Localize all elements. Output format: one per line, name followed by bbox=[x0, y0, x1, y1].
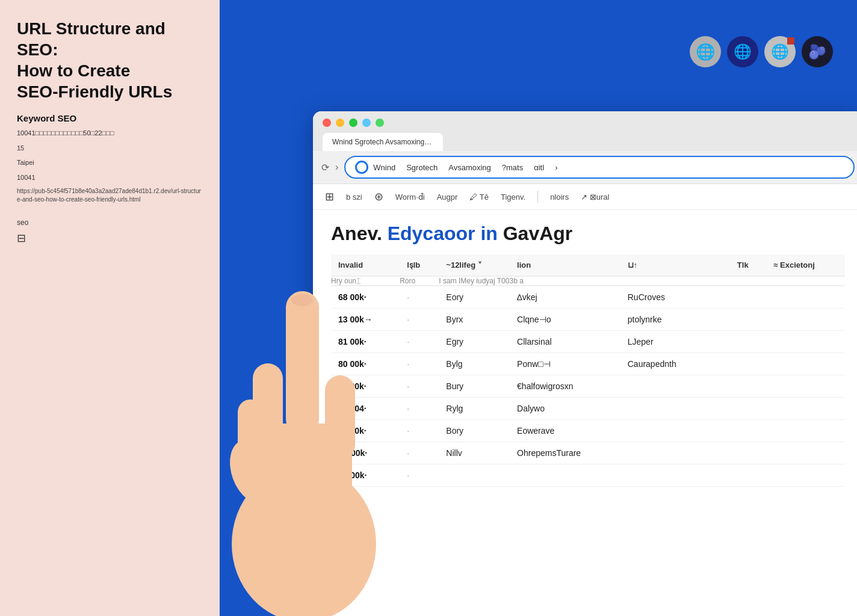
cell-col2: Eowerave bbox=[510, 420, 620, 442]
cell-empty2 bbox=[730, 442, 766, 464]
cell-dot: · bbox=[400, 331, 439, 353]
content-heading: Anev. Edycaoor in GavAgr bbox=[331, 222, 845, 245]
cell-volume: 82 00k· bbox=[331, 375, 400, 398]
cell-volume: S0 00k· bbox=[331, 442, 400, 464]
cell-empty2 bbox=[730, 398, 766, 420]
cell-dot: · bbox=[400, 286, 439, 309]
cell-dot: · bbox=[400, 464, 439, 487]
subh-hry: Hry oun⌶ bbox=[331, 276, 400, 286]
content-area[interactable]: Anev. Edycaoor in GavAgr Invalid lsͅlb ~… bbox=[313, 210, 857, 616]
addr-item-4: ?mats bbox=[502, 163, 523, 172]
cell-col1: Nillv bbox=[439, 442, 510, 464]
toolbar-icon-grid[interactable]: ⊞ bbox=[325, 190, 334, 203]
tag-icon: ⊟ bbox=[17, 232, 203, 245]
cell-empty1 bbox=[710, 286, 730, 309]
page-title: URL Structure and SEO:How to CreateSEO-F… bbox=[17, 18, 203, 102]
deco-icon-3: 🌐 bbox=[764, 36, 796, 67]
nav-back-button[interactable]: ⟳ bbox=[321, 162, 329, 173]
cell-empty1 bbox=[710, 353, 730, 375]
cell-col2: €halfowigrosxn bbox=[510, 375, 620, 398]
cell-col3 bbox=[620, 398, 710, 420]
heading-anev: Anev. bbox=[331, 223, 388, 244]
tab-label: Wnind Sgrotech Avsamoxing ?mats αitl › bbox=[332, 138, 443, 146]
th-lslb: lsͅlb bbox=[400, 254, 439, 276]
addr-item-2: Sgrotech bbox=[406, 163, 438, 172]
th-excietonj: ≈ Excietonj bbox=[766, 254, 845, 276]
cell-volume: 80 00k· bbox=[331, 353, 400, 375]
traffic-light-green[interactable] bbox=[349, 119, 357, 127]
toolbar-worm[interactable]: Worm·d̈i bbox=[395, 192, 425, 202]
table-row: 68 00k· · Eory ∆vkej RuCroves bbox=[331, 286, 845, 309]
meta-line-1: 10041□□□□□□□□□□□□50□22□□□ bbox=[17, 128, 203, 138]
browser-tab-active[interactable]: Wnind Sgrotech Avsamoxing ?mats αitl › bbox=[323, 133, 443, 151]
table-row: 17 004· · Rylg Dalywo bbox=[331, 398, 845, 420]
cell-empty2 bbox=[730, 331, 766, 353]
addr-item-5: αitl bbox=[534, 163, 544, 172]
cell-col1: Rylg bbox=[439, 398, 510, 420]
cell-dot: · bbox=[400, 375, 439, 398]
th-lion: lion bbox=[510, 254, 620, 276]
toolbar-tigenv[interactable]: Tigenv. bbox=[501, 192, 525, 202]
cell-empty2 bbox=[730, 309, 766, 331]
cell-empty1 bbox=[710, 331, 730, 353]
cell-dot: · bbox=[400, 398, 439, 420]
svg-point-7 bbox=[221, 433, 283, 510]
traffic-lights bbox=[323, 119, 853, 127]
address-circle-icon bbox=[355, 161, 368, 174]
heading-gavagr: GavAgr bbox=[498, 223, 572, 244]
cell-empty1 bbox=[710, 398, 730, 420]
addr-item-1: Wnind bbox=[373, 163, 395, 172]
cell-dot: · bbox=[400, 420, 439, 442]
address-bar[interactable]: Wnind Sgrotech Avsamoxing ?mats αitl › bbox=[344, 156, 855, 179]
toolbar-f-te[interactable]: 🖊 Tē bbox=[469, 192, 489, 202]
toolbar-icon-star[interactable]: ⊛ bbox=[374, 190, 383, 203]
cell-volume: 17 004· bbox=[331, 398, 400, 420]
th-tlk: Tlk bbox=[730, 254, 766, 276]
toolbar-b-szi[interactable]: b szi bbox=[346, 192, 362, 202]
meta-line-3: Taipei bbox=[17, 158, 203, 168]
traffic-light-yellow[interactable] bbox=[336, 119, 344, 127]
cell-col1: Byrx bbox=[439, 309, 510, 331]
subh-roro: Roro bbox=[400, 276, 439, 286]
address-bar-row: ⟳ › Wnind Sgrotech Avsamoxing ?mats αitl… bbox=[313, 151, 857, 184]
cell-empty3 bbox=[766, 286, 845, 309]
th-empty bbox=[710, 254, 730, 276]
nav-forward-button[interactable]: › bbox=[335, 162, 338, 173]
table-row: 82 00k· · Bury €halfowigrosxn bbox=[331, 375, 845, 398]
cell-empty3 bbox=[766, 375, 845, 398]
decorative-icons: 🌐 🌐 🌐 🫐 bbox=[690, 36, 833, 67]
cell-col3 bbox=[620, 464, 710, 487]
cell-col1: Egry bbox=[439, 331, 510, 353]
cell-col2: Cllarsinal bbox=[510, 331, 620, 353]
tab-bar: Wnind Sgrotech Avsamoxing ?mats αitl › bbox=[323, 133, 853, 151]
traffic-light-red[interactable] bbox=[323, 119, 331, 127]
cell-volume: 68 00k· bbox=[331, 286, 400, 309]
left-sidebar: URL Structure and SEO:How to CreateSEO-F… bbox=[0, 0, 220, 616]
traffic-light-blue[interactable] bbox=[362, 119, 371, 127]
cell-empty3 bbox=[766, 331, 845, 353]
cell-empty2 bbox=[730, 420, 766, 442]
deco-icon-1: 🌐 bbox=[690, 36, 721, 67]
cell-empty3 bbox=[766, 309, 845, 331]
th-arrow: ⊔↑ bbox=[620, 254, 710, 276]
toolbar-augpr[interactable]: Augpr bbox=[437, 192, 458, 202]
toolbar-aural[interactable]: ↗ ⊠ural bbox=[581, 192, 609, 202]
cell-empty1 bbox=[710, 309, 730, 331]
th-invalid: Invalid bbox=[331, 254, 400, 276]
browser-chrome: Wnind Sgrotech Avsamoxing ?mats αitl › bbox=[313, 111, 857, 151]
cell-col3: Caurapednth bbox=[620, 353, 710, 375]
table-row: 80 00k· · Bylg Ponw□⊣ Caurapednth bbox=[331, 353, 845, 375]
tag-seo: seo bbox=[17, 218, 203, 227]
table-row: 8F 00k· · bbox=[331, 464, 845, 487]
svg-point-3 bbox=[291, 294, 313, 306]
cell-col3: LJeper bbox=[620, 331, 710, 353]
toolbar-nloirs[interactable]: nloirs bbox=[550, 192, 569, 202]
cell-col2: OhrepemsTurare bbox=[510, 442, 620, 464]
cell-col3: RuCroves bbox=[620, 286, 710, 309]
cell-col2: Dalywo bbox=[510, 398, 620, 420]
cell-volume: 32 00k· bbox=[331, 420, 400, 442]
cell-empty3 bbox=[766, 464, 845, 487]
traffic-light-teal[interactable] bbox=[376, 119, 384, 127]
table-row: S0 00k· · Nillv OhrepemsTurare bbox=[331, 442, 845, 464]
cell-empty1 bbox=[710, 420, 730, 442]
